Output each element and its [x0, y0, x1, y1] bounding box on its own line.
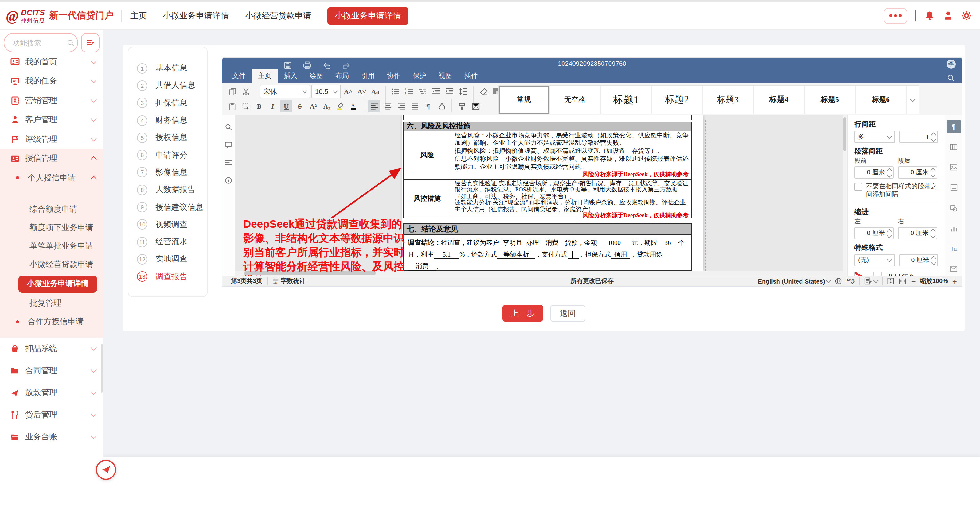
paragraph-shading-icon[interactable] [436, 100, 448, 112]
copy-icon[interactable] [226, 85, 238, 98]
conclusion-block[interactable]: 调查结论：经调查，建议为客户李明月办理消费贷款，金额1000元，期限36个月，利… [403, 235, 692, 271]
subscript-icon[interactable]: A₂ [321, 100, 333, 112]
indent-right-input[interactable]: 0 厘米 [898, 227, 937, 240]
menu-collapse-button[interactable] [81, 33, 100, 52]
find-icon[interactable] [224, 122, 234, 132]
header-footer-panel-icon[interactable] [946, 181, 961, 194]
line-spacing-select[interactable]: 多 [854, 131, 895, 143]
field-rate[interactable]: 5.1 [434, 251, 460, 259]
sidebar-item-single-batch[interactable]: 单笔单批业务申请 [0, 236, 103, 255]
spacing-after-input[interactable]: 0 厘米 [898, 166, 937, 179]
field-repayment-method[interactable]: 等额本析 [497, 251, 535, 259]
sidebar-item-my-tasks[interactable]: 我的任务 [0, 71, 103, 91]
tab-view[interactable]: 视图 [433, 69, 458, 83]
fit-width-icon[interactable] [899, 278, 907, 284]
step-guarantee[interactable]: 3担保信息 [128, 94, 207, 112]
shapes-panel-icon[interactable] [946, 201, 961, 214]
sidebar-item-credit-mgmt[interactable]: 授信管理 [0, 149, 103, 168]
vertical-scrollbar[interactable] [843, 115, 847, 276]
superscript-icon[interactable]: A² [307, 100, 320, 112]
cut-icon[interactable] [240, 85, 252, 98]
field-term[interactable]: 36 [657, 239, 678, 247]
field-loan-type[interactable]: 消费 [539, 239, 565, 247]
globe-icon[interactable] [835, 278, 842, 285]
sidebar-item-micro-detail-active[interactable]: 小微业务申请详情 [18, 275, 97, 292]
sidebar-item-contracts[interactable]: 合同管理 [0, 360, 103, 382]
zoom-out-button[interactable]: − [911, 276, 915, 286]
info-icon[interactable] [224, 176, 234, 186]
mail-panel-icon[interactable] [946, 263, 961, 276]
zoom-in-button[interactable]: + [952, 276, 957, 286]
style-gallery-more[interactable] [907, 86, 919, 114]
tab-file[interactable]: 文件 [226, 69, 252, 83]
shrink-font-icon[interactable]: A˅ [356, 85, 368, 98]
sidebar-item-approval-mgmt[interactable]: 批复管理 [0, 293, 103, 312]
editor-search-icon[interactable] [947, 74, 955, 82]
table-panel-icon[interactable] [946, 141, 961, 154]
previous-step-button[interactable]: 上一步 [503, 305, 543, 322]
step-authorization[interactable]: 5授权信息 [128, 129, 207, 146]
document-canvas[interactable]: 六、风险及风控措施 风险 经营风险：小微企业市场竞争力弱，易受行业波动（如政策变… [235, 115, 843, 276]
align-center-icon[interactable] [382, 100, 394, 112]
image-panel-icon[interactable] [946, 161, 961, 174]
style-heading3[interactable]: 标题3 [703, 86, 754, 114]
step-video-survey[interactable]: 10视频调查 [128, 216, 207, 233]
style-heading5[interactable]: 标题5 [805, 86, 856, 114]
tab-draw[interactable]: 绘图 [304, 69, 329, 83]
highlight-icon[interactable] [334, 100, 347, 112]
underline-icon[interactable]: U [280, 100, 293, 112]
step-imaging[interactable]: 7影像信息 [128, 164, 207, 181]
sidebar-item-collateral[interactable]: 押品系统 [0, 338, 103, 360]
track-changes-icon[interactable] [864, 278, 878, 285]
sidebar-scrollbar[interactable] [101, 344, 103, 393]
sidebar-item-micro-loan-apply[interactable]: 小微经营贷款申请 [0, 255, 103, 273]
back-button[interactable]: 返回 [550, 305, 585, 322]
grow-font-icon[interactable]: A˄ [342, 85, 355, 98]
nav-tab-micro-detail-active[interactable]: 小微业务申请详情 [328, 7, 409, 24]
floating-send-button[interactable] [96, 460, 116, 480]
paste-icon[interactable] [226, 100, 238, 112]
step-coborrower[interactable]: 2共借人信息 [128, 77, 207, 95]
font-name-select[interactable]: 宋体 [260, 85, 310, 98]
tab-plugins[interactable]: 插件 [458, 69, 484, 83]
style-heading2[interactable]: 标题2 [652, 86, 703, 114]
style-heading6[interactable]: 标题6 [856, 86, 907, 114]
sidebar-item-disbursement[interactable]: 放款管理 [0, 382, 103, 404]
decrease-indent-icon[interactable] [430, 85, 442, 98]
paragraph-panel-icon[interactable]: ¶ [946, 120, 961, 133]
change-case-icon[interactable]: Aa [369, 85, 382, 98]
sidebar-item-partner-credit[interactable]: 合作方授信申请 [0, 312, 103, 332]
font-color-icon[interactable]: A [348, 100, 360, 112]
sidebar-item-customers[interactable]: 客户管理 [0, 110, 103, 130]
sidebar-item-business-ledger[interactable]: 业务台账 [0, 426, 103, 448]
style-no-spacing[interactable]: 无空格 [550, 86, 601, 114]
mail-merge-icon[interactable] [469, 100, 482, 112]
bold-icon[interactable]: B [253, 100, 265, 112]
italic-icon[interactable]: I [267, 100, 279, 112]
avatar[interactable]: 李 [947, 60, 956, 69]
navigation-icon[interactable] [224, 158, 234, 168]
paragraph-mark-icon[interactable]: ¶ [422, 100, 434, 112]
sidebar-item-marketing[interactable]: 营销管理 [0, 91, 103, 110]
special-format-select[interactable]: (无) [854, 254, 895, 266]
chart-panel-icon[interactable] [946, 222, 961, 235]
document-page[interactable]: 六、风险及风控措施 风险 经营风险：小微企业市场竞争力弱，易受行业波动（如政策变… [402, 115, 703, 271]
tab-protection[interactable]: 保护 [407, 69, 433, 83]
style-heading1[interactable]: 标题1 [601, 86, 652, 114]
step-credit-advice[interactable]: 9授信建议信息 [128, 198, 207, 216]
nav-tab-home[interactable]: 主页 [130, 10, 147, 21]
step-scoring[interactable]: 6申请评分 [128, 146, 207, 164]
background-color-swatch[interactable] [854, 272, 882, 276]
line-spacing-value[interactable]: 1 [899, 131, 938, 143]
sidebar-item-personal-credit[interactable]: 个人授信申请 [0, 168, 103, 187]
user-icon[interactable] [943, 10, 953, 21]
gear-icon[interactable] [961, 10, 971, 21]
multilevel-list-icon[interactable] [417, 85, 429, 98]
field-payment-method[interactable] [568, 251, 579, 259]
tab-layout[interactable]: 布局 [329, 69, 355, 83]
justify-icon[interactable] [409, 100, 421, 112]
field-amount[interactable]: 1000 [597, 239, 632, 247]
align-right-icon[interactable] [395, 100, 407, 112]
style-normal[interactable]: 常规 [499, 86, 550, 114]
special-format-value[interactable]: 0 厘米 [899, 254, 938, 266]
